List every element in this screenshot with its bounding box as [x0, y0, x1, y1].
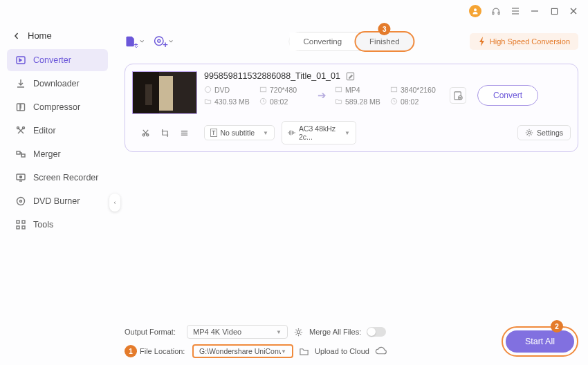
file-title: 995859811532886088_Title_01_01 — [204, 71, 340, 81]
chevron-down-icon: ▼ — [276, 329, 282, 335]
folder-icon — [204, 97, 212, 105]
svg-point-28 — [205, 86, 210, 92]
svg-rect-2 — [498, 12, 499, 15]
lightning-icon — [478, 37, 486, 46]
sidebar-item-downloader[interactable]: Downloader — [7, 73, 108, 95]
svg-rect-1 — [493, 12, 494, 15]
chevron-down-icon: ▼ — [344, 130, 350, 136]
start-all-highlight: 2 Start All — [502, 326, 578, 357]
file-card: 995859811532886088_Title_01_01 DVD 720*4… — [125, 64, 578, 152]
tab-finished[interactable]: 3 Finished — [354, 31, 414, 52]
sidebar: Home Converter Downloader Compressor Edi… — [0, 22, 115, 365]
callout-2: 2 — [551, 320, 563, 333]
output-format-dropdown[interactable]: MP4 4K Video ▼ — [187, 325, 288, 339]
sidebar-item-label: DVD Burner — [33, 196, 80, 206]
main-panel: + + Converting 3 Finished High Speed Con… — [115, 22, 588, 365]
svg-rect-14 — [17, 151, 20, 154]
headset-icon[interactable] — [491, 6, 501, 16]
add-dvd-button[interactable]: + — [154, 32, 173, 51]
screen-recorder-icon — [15, 172, 26, 183]
convert-button[interactable]: Convert — [477, 85, 538, 106]
sidebar-item-screen-recorder[interactable]: Screen Recorder — [7, 167, 108, 189]
file-location-dropdown[interactable]: G:\Wondershare UniConverter ▼ — [192, 344, 293, 358]
sidebar-item-label: Tools — [33, 220, 53, 230]
callout-3: 3 — [378, 23, 391, 35]
svg-rect-32 — [391, 87, 396, 91]
high-speed-badge[interactable]: High Speed Conversion — [470, 33, 578, 50]
crop-icon[interactable] — [160, 128, 169, 138]
tab-converting[interactable]: Converting — [289, 32, 356, 50]
sidebar-item-tools[interactable]: Tools — [7, 214, 108, 236]
sidebar-collapse-handle[interactable]: ‹ — [109, 194, 120, 212]
file-location-label: File Location: — [140, 347, 187, 355]
sidebar-item-converter[interactable]: Converter — [7, 49, 108, 71]
minimize-icon[interactable] — [530, 6, 540, 16]
dvd-icon — [15, 196, 26, 207]
sidebar-item-dvd-burner[interactable]: DVD Burner — [7, 190, 108, 212]
subtitle-icon: T — [210, 129, 217, 137]
chevron-left-icon — [14, 32, 19, 40]
add-file-button[interactable]: + — [125, 32, 144, 51]
svg-point-0 — [474, 8, 477, 11]
converter-icon — [15, 55, 26, 66]
trim-icon[interactable] — [140, 128, 150, 138]
more-icon[interactable] — [179, 128, 189, 138]
open-folder-icon[interactable] — [299, 346, 309, 357]
dim-icon — [390, 86, 398, 93]
download-icon — [15, 78, 26, 89]
merger-icon — [15, 149, 26, 160]
merge-toggle[interactable] — [367, 327, 386, 337]
disc-icon — [204, 86, 212, 93]
status-tabs: Converting 3 Finished — [288, 32, 414, 51]
svg-point-18 — [17, 198, 25, 205]
sidebar-item-label: Converter — [33, 55, 71, 65]
svg-rect-31 — [336, 87, 341, 91]
tools-icon — [15, 219, 26, 230]
callout-1: 1 — [125, 345, 137, 357]
svg-rect-22 — [17, 226, 19, 229]
folder-icon — [335, 97, 342, 105]
format-settings-icon[interactable] — [293, 327, 304, 337]
merge-label: Merge All Files: — [309, 328, 361, 336]
sidebar-item-label: Editor — [33, 126, 56, 135]
sidebar-item-editor[interactable]: Editor — [7, 120, 108, 142]
settings-button[interactable]: Settings — [517, 125, 571, 140]
home-back[interactable]: Home — [4, 26, 111, 45]
svg-rect-21 — [22, 221, 25, 223]
upload-label: Upload to Cloud — [315, 347, 369, 355]
svg-rect-20 — [17, 221, 19, 223]
audio-dropdown[interactable]: AC3 48kHz 2c... ▼ — [282, 121, 356, 144]
close-icon[interactable] — [569, 6, 578, 16]
svg-point-49 — [297, 330, 300, 333]
maximize-icon[interactable] — [549, 6, 559, 16]
dim-icon — [259, 86, 267, 93]
chevron-down-icon: ▼ — [263, 130, 268, 136]
output-format-label: Output Format: — [125, 328, 181, 336]
clock-icon — [259, 97, 267, 105]
svg-point-26 — [158, 39, 160, 42]
subtitle-dropdown[interactable]: T No subtitle ▼ — [204, 125, 275, 140]
svg-point-48 — [528, 131, 530, 133]
sidebar-item-label: Compressor — [33, 102, 80, 112]
video-thumbnail[interactable] — [132, 71, 197, 114]
start-all-button[interactable]: Start All — [506, 330, 574, 353]
file-settings-icon[interactable] — [450, 87, 466, 104]
cloud-upload-icon[interactable] — [375, 346, 385, 357]
gear-icon — [525, 129, 533, 137]
sidebar-item-label: Merger — [33, 149, 61, 159]
svg-point-35 — [458, 95, 462, 100]
editor-icon — [15, 125, 26, 136]
user-avatar[interactable] — [469, 5, 481, 17]
menu-icon[interactable] — [511, 6, 520, 16]
sidebar-item-label: Screen Recorder — [33, 173, 99, 182]
svg-point-19 — [20, 200, 22, 203]
sidebar-item-merger[interactable]: Merger — [7, 143, 108, 165]
format-icon — [335, 86, 342, 93]
clock-icon — [390, 97, 398, 105]
home-label: Home — [28, 30, 52, 41]
sidebar-item-compressor[interactable]: Compressor — [7, 96, 108, 118]
svg-rect-7 — [551, 8, 557, 14]
compressor-icon — [15, 102, 26, 113]
svg-rect-29 — [260, 87, 266, 91]
edit-title-icon[interactable] — [346, 72, 355, 81]
